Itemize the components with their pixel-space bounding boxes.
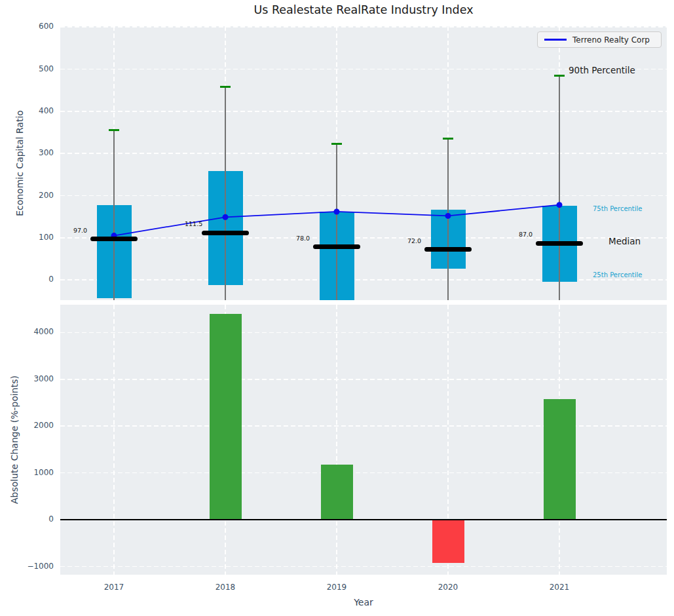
median-value-label-2019: 78.0 — [296, 235, 310, 242]
y-tick-label: 500 — [17, 64, 54, 73]
annotation-25th-percentile: 25th Percentile — [593, 271, 643, 279]
median-segment-2017 — [90, 237, 138, 241]
y-tick-label: 200 — [17, 191, 54, 200]
grid-line-horizontal — [60, 425, 667, 427]
terreno-data-point-2021 — [557, 202, 563, 208]
terreno-data-point-2018 — [223, 214, 229, 220]
x-tick-label-2019: 2019 — [314, 583, 360, 592]
median-value-label-2020: 72.0 — [407, 237, 421, 244]
bottom-y-axis-label: Absolute Change (%-points) — [9, 375, 20, 504]
y-tick-label: 400 — [17, 106, 54, 115]
legend-line-swatch — [544, 39, 567, 41]
grid-line-vertical — [113, 305, 115, 575]
median-segment-2018 — [202, 231, 249, 235]
median-value-label-2018: 111.5 — [185, 220, 202, 227]
median-segment-2020 — [424, 247, 472, 252]
x-tick-label-2017: 2017 — [91, 583, 137, 592]
chart-title: Us Realestate RealRate Industry Index — [60, 3, 667, 16]
figure: Us Realestate RealRate Industry Index 97… — [0, 0, 674, 616]
change-bar-2019 — [321, 465, 353, 520]
legend-label: Terreno Realty Corp — [572, 35, 650, 45]
bottom-chart-panel — [60, 305, 667, 575]
median-value-label-2021: 87.0 — [519, 231, 533, 238]
y-tick-label: −1000 — [17, 562, 54, 571]
annotation-90th-percentile: 90th Percentile — [569, 65, 635, 75]
y-tick-label: 0 — [17, 514, 54, 524]
median-value-label-2017: 97.0 — [73, 227, 87, 234]
terreno-data-point-2019 — [334, 208, 340, 214]
x-axis-label: Year — [60, 597, 667, 607]
y-tick-label: 300 — [17, 148, 54, 157]
y-tick-label: 1000 — [17, 468, 54, 477]
median-segment-2019 — [313, 244, 360, 249]
annotation-median: Median — [608, 236, 641, 246]
y-tick-label: 3000 — [17, 374, 54, 383]
y-tick-label: 600 — [17, 22, 54, 31]
y-tick-label: 0 — [17, 275, 54, 284]
change-bar-2020 — [432, 520, 464, 563]
grid-line-horizontal — [60, 472, 667, 474]
x-tick-label-2020: 2020 — [425, 583, 471, 592]
top-y-axis-label: Economic Capital Ratio — [14, 110, 25, 216]
median-segment-2021 — [536, 241, 583, 246]
y-tick-label: 100 — [17, 233, 54, 242]
change-bar-2018 — [210, 314, 242, 520]
change-bar-2021 — [544, 399, 576, 520]
zero-axis-line — [60, 519, 667, 520]
grid-line-horizontal — [60, 379, 667, 380]
y-tick-label: 2000 — [17, 421, 54, 430]
grid-line-horizontal — [60, 566, 667, 568]
terreno-data-point-2020 — [445, 213, 451, 219]
grid-line-horizontal — [60, 332, 667, 334]
y-tick-label: 4000 — [17, 327, 54, 336]
annotation-75th-percentile: 75th Percentile — [593, 205, 643, 212]
legend-terreno-realty: Terreno Realty Corp — [537, 31, 662, 48]
x-tick-label-2021: 2021 — [536, 583, 582, 592]
x-tick-label-2018: 2018 — [202, 583, 248, 592]
grid-line-vertical — [336, 305, 337, 575]
